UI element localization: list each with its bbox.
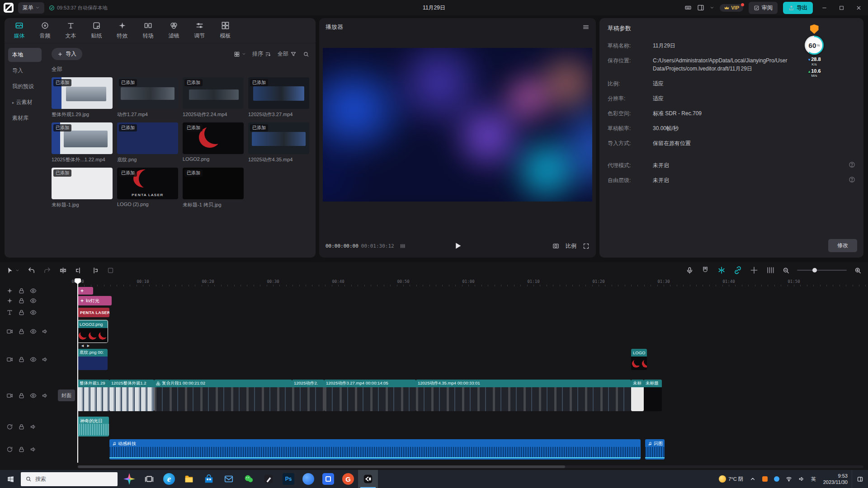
media-thumbnail[interactable]: 已添加PENTA LASER <box>117 168 178 199</box>
g-browser-taskbar-button[interactable]: G <box>338 470 358 488</box>
view-mode-button[interactable] <box>234 51 246 57</box>
tab-转场[interactable]: 转场 <box>135 21 161 40</box>
sort-button[interactable]: 排序 <box>252 50 271 58</box>
frame-capture-icon[interactable] <box>552 243 559 249</box>
timeline-clip[interactable]: 12025整体外观1.2 <box>109 380 154 411</box>
browser-taskbar-button[interactable] <box>298 470 318 488</box>
mail-taskbar-button[interactable] <box>219 470 239 488</box>
timeline-clip[interactable]: 神奇的光日 <box>78 417 109 436</box>
media-item[interactable]: 已添加整体外观1.29.jpg <box>52 77 113 118</box>
timeline-clip[interactable]: 复合片段1 00:00:21:02 <box>154 380 292 411</box>
layout-switch-icon[interactable] <box>697 4 704 11</box>
effect-track-icon[interactable] <box>6 287 13 294</box>
timeline-clip[interactable]: 底纹.png 00: <box>78 349 108 370</box>
timeline-clip[interactable]: LOGO <box>631 349 647 370</box>
eye-icon[interactable] <box>30 356 37 363</box>
media-item[interactable]: 已添加12025动作3.27.mp4 <box>248 77 309 118</box>
lock-icon[interactable] <box>18 328 25 335</box>
video-track-icon[interactable] <box>6 328 13 335</box>
eye-icon[interactable] <box>30 392 37 399</box>
zoom-knob[interactable] <box>812 268 817 272</box>
volume-tray[interactable] <box>795 470 808 488</box>
media-item[interactable]: 已添加未标题-1 拷贝.jpg <box>183 168 244 208</box>
text-track-icon[interactable] <box>6 309 13 316</box>
timeline-clip[interactable]: PENTA LASER <box>78 308 109 317</box>
blue-app-taskbar-button[interactable] <box>318 470 338 488</box>
stretch-handles[interactable]: ◄► <box>80 343 92 348</box>
lock-icon[interactable] <box>18 392 25 399</box>
mute-icon[interactable] <box>42 392 48 399</box>
taskbar-search[interactable]: 搜索 <box>21 472 118 486</box>
time-ruler[interactable]: 00:0000:1000:2000:3000:4000:5001:0001:10… <box>78 278 868 286</box>
edge-browser-taskbar-button[interactable]: e <box>159 470 179 488</box>
timeline-clip[interactable]: LOGO2.png <box>78 320 108 343</box>
record-voice-button[interactable] <box>686 267 693 274</box>
tab-媒体[interactable]: 媒体 <box>6 21 32 40</box>
sidebar-item-云素材[interactable]: ▸云素材 <box>8 95 42 109</box>
eye-icon[interactable] <box>30 328 37 335</box>
media-thumbnail[interactable]: 已添加 <box>183 168 244 199</box>
timeline-scrollbar[interactable] <box>78 465 863 468</box>
network-tray[interactable] <box>783 470 795 488</box>
lock-icon[interactable] <box>18 423 25 430</box>
timeline-clip[interactable]: 闪图 <box>645 439 665 460</box>
tray-expand[interactable] <box>746 470 759 488</box>
trim-left-tool[interactable] <box>75 267 83 274</box>
track-height-toggle[interactable] <box>766 266 775 275</box>
tab-文本[interactable]: 文本 <box>58 21 84 40</box>
review-button[interactable]: 审阅 <box>749 2 778 14</box>
media-item[interactable]: 已添加LOGO2.png <box>183 122 244 163</box>
play-button[interactable] <box>453 241 462 251</box>
weather-widget[interactable]: 7°C 阴 <box>716 470 746 488</box>
playhead[interactable] <box>77 279 78 463</box>
lock-icon[interactable] <box>18 297 25 304</box>
select-tool[interactable] <box>6 267 19 274</box>
timeline-clip[interactable]: kv灯光 <box>78 296 112 305</box>
mute-icon[interactable] <box>30 446 37 453</box>
photoshop-taskbar-button[interactable]: Ps <box>278 470 298 488</box>
wechat-taskbar-button[interactable] <box>239 470 259 488</box>
eye-icon[interactable] <box>30 287 37 294</box>
media-thumbnail[interactable]: 已添加 <box>117 77 178 109</box>
sparkle-app-taskbar-button[interactable] <box>119 470 139 488</box>
timeline-clip[interactable]: 动感科技 <box>109 439 641 460</box>
sidebar-item-本地[interactable]: 本地 <box>8 48 42 62</box>
shortcut-keys-icon[interactable] <box>684 4 692 11</box>
fullscreen-icon[interactable] <box>583 243 590 249</box>
video-track-icon[interactable] <box>6 356 13 363</box>
media-item[interactable]: 已添加未标题-1.jpg <box>52 168 113 208</box>
mute-icon[interactable] <box>42 328 48 335</box>
taskbar-clock[interactable]: 9:53 2023/11/30 <box>819 473 852 486</box>
lock-icon[interactable] <box>18 356 25 363</box>
tab-音频[interactable]: 音频 <box>32 21 58 40</box>
media-thumbnail[interactable]: 已添加 <box>248 77 309 109</box>
start-button[interactable] <box>0 470 21 488</box>
timeline-zoom-slider[interactable] <box>797 270 847 271</box>
main-track-magnet-toggle[interactable] <box>701 266 710 275</box>
auto-snap-toggle[interactable] <box>717 266 726 275</box>
delete-tool[interactable] <box>107 267 114 274</box>
microsoft-store-taskbar-button[interactable] <box>199 470 219 488</box>
layout-chevron-icon[interactable] <box>710 5 714 10</box>
media-thumbnail[interactable]: 已添加 <box>52 168 113 199</box>
media-item[interactable]: 已添加12025整体外...1.22.mp4 <box>52 122 113 163</box>
cover-button[interactable]: 封面 <box>58 389 75 401</box>
timeline-clip[interactable]: 12025动作4.35.mp4 00:00:33:01 <box>416 380 631 411</box>
audio-track-icon[interactable] <box>6 423 13 430</box>
capcut-taskbar-button[interactable] <box>358 470 378 488</box>
tray-app-blue[interactable] <box>771 470 783 488</box>
timeline-clip[interactable]: 12025动作2. <box>292 380 324 411</box>
modify-button[interactable]: 修改 <box>828 239 857 252</box>
redo-button[interactable] <box>43 267 51 274</box>
scrollbar-thumb[interactable] <box>78 465 565 468</box>
media-thumbnail[interactable]: 已添加 <box>183 122 244 154</box>
minimize-button[interactable] <box>818 2 830 14</box>
help-icon[interactable] <box>849 176 855 183</box>
split-tool[interactable] <box>59 267 67 274</box>
video-track-icon[interactable] <box>6 392 13 399</box>
preview-axis-toggle[interactable] <box>750 266 759 275</box>
ratio-button[interactable]: 比例 <box>566 242 576 250</box>
help-icon[interactable] <box>849 161 855 168</box>
action-center-button[interactable] <box>852 470 868 488</box>
preview-quality-icon[interactable] <box>400 243 406 249</box>
